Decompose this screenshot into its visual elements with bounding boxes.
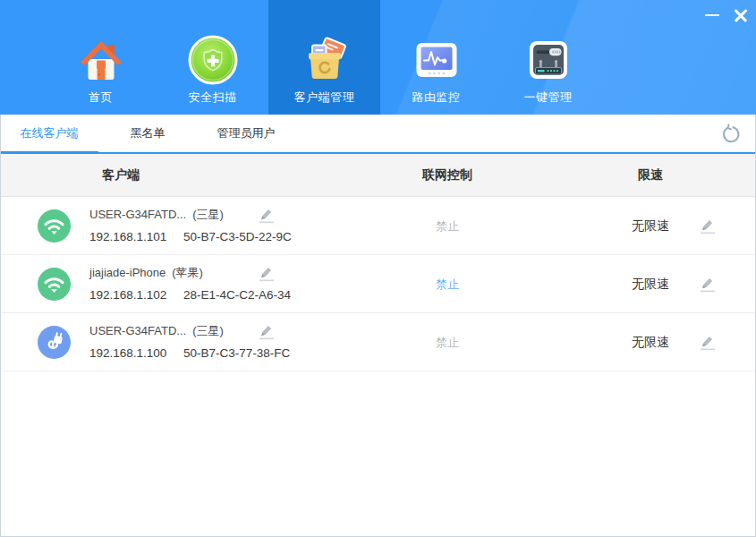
- forbid-toggle[interactable]: 禁止: [394, 255, 501, 313]
- minimize-button[interactable]: [699, 2, 726, 29]
- nav-label: 客户端管理: [294, 90, 355, 106]
- forbid-toggle[interactable]: 禁止: [394, 313, 501, 371]
- column-header-limit: 限速: [597, 154, 704, 196]
- app-window: 首页: [0, 0, 756, 537]
- edit-name-button[interactable]: [256, 321, 276, 341]
- router-icon: [525, 34, 572, 86]
- close-icon: [733, 7, 749, 23]
- client-name-line: USER-G34FATD...(三星): [89, 323, 224, 339]
- nav-item-security-scan[interactable]: 安全扫描: [157, 0, 268, 115]
- close-button[interactable]: [727, 2, 754, 29]
- limit-value: 无限速: [597, 197, 704, 255]
- table-header: 客户端 联网控制 限速: [0, 154, 756, 197]
- main-nav: 首页: [45, 0, 604, 115]
- table-row: jiajiade-iPhone(苹果) 192.168.1.102 28-E1-…: [0, 255, 756, 313]
- edit-pencil-icon: [697, 332, 717, 352]
- wifi-icon: [38, 209, 71, 243]
- client-brand: (三星): [192, 208, 224, 221]
- nav-item-one-key-management[interactable]: 一键管理: [492, 0, 604, 115]
- client-brand: (三星): [192, 324, 224, 337]
- nav-label: 首页: [89, 90, 113, 106]
- minimize-icon: [705, 14, 719, 16]
- edit-name-button[interactable]: [256, 263, 276, 283]
- nav-item-client-management[interactable]: 客户端管理: [268, 0, 380, 115]
- table-row: USER-G34FATD...(三星) 192.168.1.101 50-B7-…: [0, 197, 756, 255]
- nav-label: 一键管理: [524, 90, 573, 106]
- forbid-toggle[interactable]: 禁止: [394, 197, 501, 255]
- client-mac: 28-E1-4C-C2-A6-34: [183, 288, 291, 302]
- edit-limit-button[interactable]: [697, 332, 717, 352]
- app-header: 首页: [0, 0, 756, 115]
- tab-admin-users[interactable]: 管理员用户: [197, 115, 295, 152]
- nav-item-router-monitor[interactable]: 路由监控: [380, 0, 492, 115]
- shield-scan-icon: [187, 34, 239, 86]
- nav-label: 路由监控: [412, 90, 461, 106]
- column-header-control: 联网控制: [394, 154, 501, 196]
- wired-plug-icon: [38, 326, 71, 359]
- client-name: USER-G34FATD...: [89, 208, 186, 221]
- edit-pencil-icon: [697, 274, 717, 294]
- client-mac: 50-B7-C3-77-38-FC: [183, 346, 290, 360]
- client-list: USER-G34FATD...(三星) 192.168.1.101 50-B7-…: [0, 197, 756, 371]
- refresh-icon: [720, 124, 742, 145]
- limit-value: 无限速: [597, 255, 704, 313]
- edit-pencil-icon: [256, 321, 276, 341]
- client-ip: 192.168.1.102: [89, 288, 166, 302]
- refresh-button[interactable]: [718, 122, 743, 147]
- client-name: USER-G34FATD...: [89, 324, 186, 337]
- limit-value: 无限速: [597, 313, 704, 371]
- tab-online-clients[interactable]: 在线客户端: [0, 115, 98, 152]
- column-header-client: 客户端: [67, 154, 174, 196]
- nav-label: 安全扫描: [189, 90, 237, 106]
- client-name-line: USER-G34FATD...(三星): [89, 207, 224, 223]
- edit-name-button[interactable]: [256, 205, 276, 225]
- edit-pencil-icon: [256, 263, 276, 283]
- client-brand: (苹果): [172, 266, 203, 279]
- wifi-icon: [38, 268, 71, 301]
- client-ip: 192.168.1.100: [89, 346, 166, 360]
- tab-blacklist[interactable]: 黑名单: [98, 115, 197, 152]
- edit-limit-button[interactable]: [697, 216, 717, 235]
- edit-limit-button[interactable]: [697, 274, 717, 294]
- nav-item-home[interactable]: 首页: [45, 0, 157, 115]
- clients-box-icon: [300, 34, 350, 86]
- edit-pencil-icon: [256, 205, 276, 225]
- client-mac: 50-B7-C3-5D-22-9C: [183, 230, 292, 243]
- edit-pencil-icon: [697, 216, 717, 235]
- table-row: USER-G34FATD...(三星) 192.168.1.100 50-B7-…: [0, 313, 756, 371]
- tab-bar: 在线客户端 黑名单 管理员用户: [0, 115, 756, 154]
- home-icon: [78, 34, 124, 86]
- client-name: jiajiade-iPhone: [89, 266, 166, 279]
- monitor-icon: [413, 34, 460, 86]
- client-ip: 192.168.1.101: [89, 230, 166, 243]
- client-name-line: jiajiade-iPhone(苹果): [89, 265, 203, 281]
